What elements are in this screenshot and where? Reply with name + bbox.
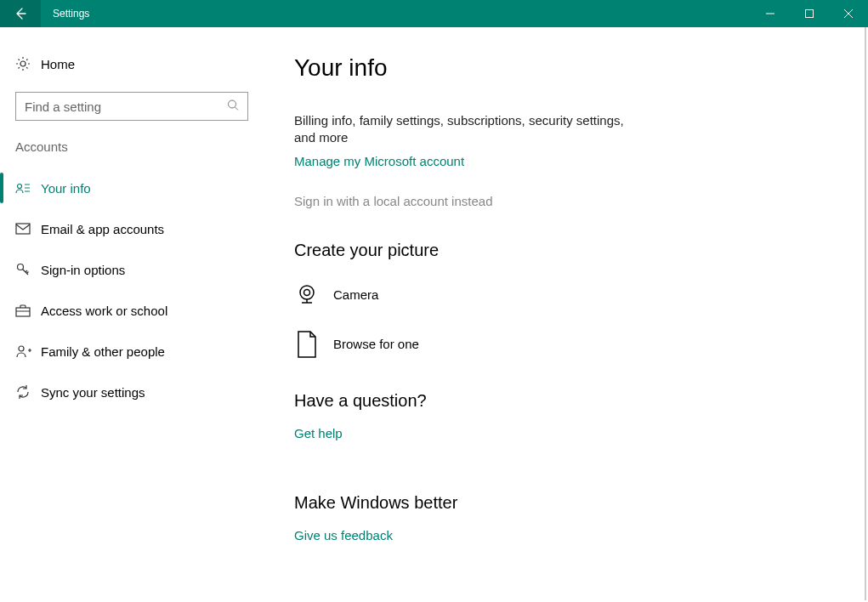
sidebar: Home Accounts [0,27,264,602]
search-box[interactable] [15,92,248,121]
sidebar-item-label: Sign-in options [41,263,125,277]
local-account-link[interactable]: Sign in with a local account instead [294,194,492,208]
close-icon [844,9,853,18]
close-button[interactable] [829,0,868,27]
minimize-button[interactable] [751,0,790,27]
page-title: Your info [294,54,834,82]
browse-option[interactable]: Browse for one [294,325,834,364]
search-input[interactable] [16,93,247,120]
camera-label: Camera [333,287,378,302]
sidebar-item-label: Your info [41,181,91,196]
svg-point-3 [18,185,22,189]
mail-icon [15,223,41,235]
make-better-heading: Make Windows better [294,493,834,513]
svg-point-8 [300,286,314,299]
sidebar-item-label: Family & other people [41,344,165,359]
feedback-link[interactable]: Give us feedback [294,528,393,542]
maximize-button[interactable] [790,0,829,27]
sidebar-item-email-accounts[interactable]: Email & app accounts [0,208,264,249]
browse-label: Browse for one [333,337,419,351]
sidebar-item-label: Access work or school [41,304,167,318]
picture-file-icon [294,330,333,359]
title-bar: Settings [0,0,868,27]
home-label: Home [41,57,75,71]
arrow-left-icon [14,7,27,20]
people-icon [15,344,41,358]
briefcase-icon [15,304,41,317]
svg-rect-0 [806,10,814,18]
maximize-icon [805,9,814,18]
minimize-icon [766,9,774,18]
key-icon [15,262,41,277]
svg-point-7 [19,346,24,351]
main-content: Your info Billing info, family settings,… [264,27,868,602]
svg-rect-4 [16,224,30,234]
sidebar-item-your-info[interactable]: Your info [0,168,264,208]
have-question-heading: Have a question? [294,391,834,411]
scrollbar[interactable] [865,27,866,600]
svg-rect-6 [16,308,30,316]
billing-description: Billing info, family settings, subscript… [294,112,643,147]
camera-icon [294,282,333,308]
manage-account-link[interactable]: Manage my Microsoft account [294,154,464,168]
create-picture-heading: Create your picture [294,241,834,260]
sidebar-item-sync-settings[interactable]: Sync your settings [0,372,264,412]
sidebar-item-access-work-school[interactable]: Access work or school [0,290,264,331]
sidebar-item-signin-options[interactable]: Sign-in options [0,249,264,290]
person-card-icon [15,182,41,194]
back-button[interactable] [0,0,41,27]
svg-point-9 [304,289,310,295]
svg-point-5 [18,264,24,270]
sidebar-group-label: Accounts [0,139,264,154]
sidebar-item-label: Sync your settings [41,385,145,400]
camera-option[interactable]: Camera [294,275,834,315]
window-title: Settings [41,0,89,27]
home-button[interactable]: Home [0,48,264,80]
sync-icon [15,384,41,400]
sidebar-item-label: Email & app accounts [41,222,164,236]
get-help-link[interactable]: Get help [294,426,343,440]
svg-point-2 [229,100,236,108]
svg-point-1 [20,61,26,66]
sidebar-item-family-people[interactable]: Family & other people [0,331,264,372]
gear-icon [15,56,41,71]
search-icon [227,99,239,114]
